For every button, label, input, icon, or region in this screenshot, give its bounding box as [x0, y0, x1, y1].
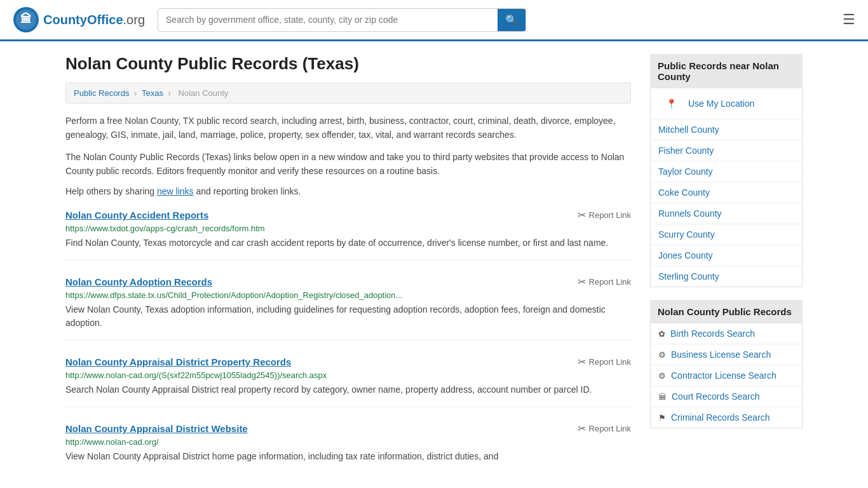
- coke-county-link[interactable]: Coke County: [651, 182, 802, 203]
- jones-county-link[interactable]: Jones County: [651, 245, 802, 266]
- record-title-adoption[interactable]: Nolan County Adoption Records: [65, 276, 212, 287]
- record-entry-appraisal-website: Nolan County Appraisal District Website …: [65, 423, 631, 473]
- menu-icon[interactable]: ☰: [843, 11, 855, 28]
- record-header-appraisal-property: Nolan County Appraisal District Property…: [65, 356, 631, 368]
- report-link-accident[interactable]: ✂ Report Link: [578, 209, 631, 221]
- logo-main-text: CountyOffice: [43, 13, 123, 27]
- court-records-link[interactable]: Court Records Search: [672, 391, 760, 402]
- record-header-appraisal-website: Nolan County Appraisal District Website …: [65, 423, 631, 435]
- search-input[interactable]: [158, 10, 498, 30]
- scurry-county-link[interactable]: Scurry County: [651, 224, 802, 245]
- record-title-appraisal-property[interactable]: Nolan County Appraisal District Property…: [65, 356, 291, 367]
- site-header: 🏛 CountyOffice.org 🔍 ☰: [0, 0, 868, 41]
- breadcrumb-sep2: ›: [168, 88, 173, 98]
- intro-paragraph-2: The Nolan County Public Records (Texas) …: [65, 150, 631, 179]
- record-url-adoption[interactable]: https://www.dfps.state.tx.us/Child_Prote…: [65, 290, 631, 300]
- sidebar-nearby-list: 📍 Use My Location Mitchell County Fisher…: [650, 88, 803, 287]
- contractor-icon: ⚙: [658, 371, 666, 381]
- sidebar-nolan-list: ✿ Birth Records Search ⚙ Business Licens…: [650, 323, 803, 428]
- sidebar-item-mitchell[interactable]: Mitchell County: [651, 119, 802, 140]
- runnels-county-link[interactable]: Runnels County: [651, 203, 802, 224]
- sidebar-item-scurry[interactable]: Scurry County: [651, 224, 802, 245]
- breadcrumb-public-records[interactable]: Public Records: [74, 88, 129, 98]
- record-url-appraisal-property[interactable]: http://www.nolan-cad.org/(S(sxf22m55pcwj…: [65, 370, 631, 380]
- share-suffix: and reporting broken links.: [194, 186, 301, 196]
- sidebar-item-court[interactable]: 🏛 Court Records Search: [651, 386, 802, 407]
- record-entry-accident: Nolan County Accident Reports ✂ Report L…: [65, 209, 631, 261]
- breadcrumb: Public Records › Texas › Nolan County: [65, 83, 631, 104]
- birth-records-link[interactable]: Birth Records Search: [670, 329, 755, 339]
- sidebar-item-jones[interactable]: Jones County: [651, 245, 802, 266]
- breadcrumb-nolan: Nolan County: [179, 88, 229, 98]
- report-label-appraisal-website: Report Link: [589, 424, 631, 433]
- birth-icon: ✿: [658, 329, 665, 339]
- business-license-link[interactable]: Business License Search: [671, 349, 771, 360]
- report-link-adoption[interactable]: ✂ Report Link: [578, 276, 631, 288]
- sidebar-item-criminal[interactable]: ⚑ Criminal Records Search: [651, 407, 802, 428]
- record-url-accident[interactable]: https://www.txdot.gov/apps-cg/crash_reco…: [65, 224, 631, 233]
- sidebar-nolan-heading: Nolan County Public Records: [650, 300, 803, 323]
- report-link-appraisal-property[interactable]: ✂ Report Link: [578, 356, 631, 368]
- sidebar-item-sterling[interactable]: Sterling County: [651, 266, 802, 287]
- sidebar-nearby-heading: Public Records near Nolan County: [650, 54, 803, 88]
- sidebar-item-fisher[interactable]: Fisher County: [651, 140, 802, 161]
- scissors-icon-appraisal-property: ✂: [578, 356, 586, 368]
- breadcrumb-sep1: ›: [134, 88, 139, 98]
- sidebar: Public Records near Nolan County 📍 Use M…: [650, 54, 803, 488]
- scissors-icon-accident: ✂: [578, 209, 586, 221]
- record-header-accident: Nolan County Accident Reports ✂ Report L…: [65, 209, 631, 221]
- record-entry-appraisal-property: Nolan County Appraisal District Property…: [65, 356, 631, 407]
- report-link-appraisal-website[interactable]: ✂ Report Link: [578, 423, 631, 435]
- record-entry-adoption: Nolan County Adoption Records ✂ Report L…: [65, 276, 631, 341]
- sidebar-nearby-section: Public Records near Nolan County 📍 Use M…: [650, 54, 803, 287]
- share-prefix: Help others by sharing: [65, 186, 157, 196]
- business-icon: ⚙: [658, 350, 666, 360]
- page-title: Nolan County Public Records (Texas): [65, 54, 631, 74]
- logo-suffix: .org: [123, 13, 145, 27]
- criminal-records-link[interactable]: Criminal Records Search: [671, 412, 770, 423]
- scissors-icon-adoption: ✂: [578, 276, 586, 288]
- sidebar-item-taylor[interactable]: Taylor County: [651, 161, 802, 182]
- records-list: Nolan County Accident Reports ✂ Report L…: [65, 209, 631, 473]
- location-pin-icon: 📍: [658, 93, 684, 114]
- new-links-link[interactable]: new links: [157, 186, 194, 196]
- use-my-location-link[interactable]: Use My Location: [688, 98, 754, 109]
- content-area: Nolan County Public Records (Texas) Publ…: [65, 54, 631, 488]
- report-label-accident: Report Link: [589, 210, 631, 220]
- sidebar-nolan-section: Nolan County Public Records ✿ Birth Reco…: [650, 300, 803, 428]
- sterling-county-link[interactable]: Sterling County: [651, 266, 802, 287]
- intro-paragraph-3: Help others by sharing new links and rep…: [65, 186, 631, 196]
- sidebar-item-coke[interactable]: Coke County: [651, 182, 802, 203]
- record-desc-appraisal-website: View Nolan County Appraisal District hom…: [65, 450, 631, 463]
- intro-paragraph-1: Perform a free Nolan County, TX public r…: [65, 114, 631, 142]
- record-header-adoption: Nolan County Adoption Records ✂ Report L…: [65, 276, 631, 288]
- sidebar-item-business[interactable]: ⚙ Business License Search: [651, 344, 802, 365]
- criminal-icon: ⚑: [658, 413, 666, 423]
- search-icon: 🔍: [505, 15, 518, 25]
- report-label-adoption: Report Link: [589, 277, 631, 287]
- mitchell-county-link[interactable]: Mitchell County: [651, 119, 802, 140]
- court-icon: 🏛: [658, 392, 667, 402]
- logo-icon: 🏛: [13, 6, 39, 33]
- sidebar-item-contractor[interactable]: ⚙ Contractor License Search: [651, 365, 802, 386]
- breadcrumb-texas[interactable]: Texas: [142, 88, 163, 98]
- record-desc-appraisal-property: Search Nolan County Appraisal District r…: [65, 383, 631, 396]
- fisher-county-link[interactable]: Fisher County: [651, 140, 802, 161]
- record-url-appraisal-website[interactable]: http://www.nolan-cad.org/: [65, 437, 631, 447]
- contractor-license-link[interactable]: Contractor License Search: [671, 370, 776, 381]
- scissors-icon-appraisal-website: ✂: [578, 423, 586, 435]
- sidebar-use-location[interactable]: 📍 Use My Location: [651, 88, 802, 119]
- logo-text: CountyOffice.org: [43, 13, 145, 27]
- main-wrapper: Nolan County Public Records (Texas) Publ…: [53, 41, 815, 488]
- record-desc-accident: Find Nolan County, Texas motorcycle and …: [65, 236, 631, 250]
- record-title-appraisal-website[interactable]: Nolan County Appraisal District Website: [65, 423, 248, 434]
- sidebar-item-birth[interactable]: ✿ Birth Records Search: [651, 323, 802, 344]
- sidebar-item-runnels[interactable]: Runnels County: [651, 203, 802, 224]
- search-button[interactable]: 🔍: [498, 9, 526, 31]
- svg-text:🏛: 🏛: [20, 12, 32, 25]
- record-desc-adoption: View Nolan County, Texas adoption inform…: [65, 303, 631, 330]
- taylor-county-link[interactable]: Taylor County: [651, 161, 802, 182]
- record-title-accident[interactable]: Nolan County Accident Reports: [65, 210, 208, 220]
- logo[interactable]: 🏛 CountyOffice.org: [13, 6, 145, 33]
- report-label-appraisal-property: Report Link: [589, 357, 631, 367]
